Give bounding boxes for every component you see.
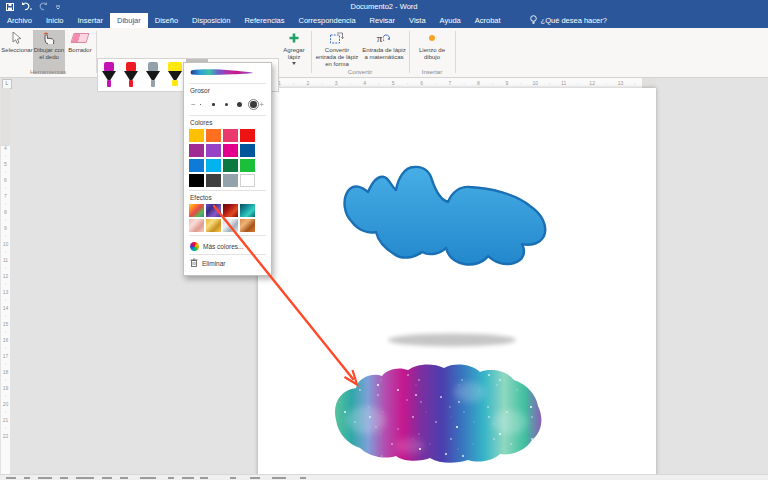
thickness-plus-icon[interactable]: +	[259, 102, 264, 108]
ruler-tick: 6	[414, 78, 428, 88]
ink-color-swatch[interactable]	[240, 174, 255, 187]
ruler-top-margin	[1, 88, 10, 146]
tab-dibujar[interactable]: Dibujar	[110, 13, 148, 28]
stroke-preview-section	[189, 67, 266, 84]
ink-color-swatch[interactable]	[189, 159, 204, 172]
select-cursor-icon	[11, 30, 23, 46]
ruler-tick: 11	[557, 78, 571, 88]
ink-color-swatch[interactable]	[189, 174, 204, 187]
ruler-tick: ·	[486, 78, 500, 88]
ink-color-swatch[interactable]	[189, 129, 204, 142]
ruler-tick: ·	[628, 78, 642, 88]
status-text-mark	[250, 477, 260, 479]
thickness-option[interactable]	[222, 100, 231, 109]
thickness-row: − +	[189, 97, 266, 112]
tab-referencias[interactable]: Referencias	[237, 13, 291, 28]
lava-effect-swatch[interactable]	[223, 204, 238, 217]
rainbow-effect-swatch[interactable]	[189, 204, 204, 217]
ink-color-swatch[interactable]	[223, 129, 238, 142]
seleccionar-button[interactable]: Seleccionar	[2, 30, 32, 54]
ocean-effect-swatch[interactable]	[240, 204, 255, 217]
ruler-tick: 10	[3, 240, 9, 248]
thickness-dots	[196, 99, 259, 110]
gold-effect-swatch[interactable]	[206, 219, 221, 232]
pen-options-dropdown: Grosor − + Colores Efectos Más colores..…	[183, 62, 272, 276]
thickness-minus-icon[interactable]: −	[191, 102, 196, 108]
ruler-tick: ·	[372, 78, 386, 88]
ruler-tick: 10	[528, 78, 542, 88]
tab-revisar[interactable]: Revisar	[363, 13, 402, 28]
tab-archivo[interactable]: Archivo	[0, 13, 39, 28]
ink-color-swatch[interactable]	[223, 144, 238, 157]
lienzo-de-dibujo-button[interactable]: Lienzo de dibujo	[412, 30, 452, 61]
group-label-convertir: Convertir	[312, 69, 408, 75]
thickness-option[interactable]	[235, 100, 244, 109]
tab-vista[interactable]: Vista	[402, 13, 433, 28]
tab-correspondencia[interactable]: Correspondencia	[291, 13, 362, 28]
ruler-tick: ·	[315, 78, 329, 88]
document-page[interactable]	[258, 88, 656, 475]
thickness-option[interactable]	[196, 100, 205, 109]
ruler-tick: 5	[386, 78, 400, 88]
magenta-pen-icon	[102, 62, 116, 89]
tab-inicio[interactable]: Inicio	[39, 13, 71, 28]
rose-gold-effect-swatch[interactable]	[189, 219, 204, 232]
status-text-mark	[272, 477, 286, 479]
pi-glyph: π	[377, 32, 383, 45]
status-bar	[0, 474, 768, 480]
blue-scribble-shape[interactable]	[345, 167, 546, 265]
ink-color-swatch[interactable]	[206, 174, 221, 187]
ruler-tick: ·	[457, 78, 471, 88]
ruler-tick: 16	[3, 336, 9, 344]
silver-pen[interactable]	[142, 59, 164, 91]
eraser-icon	[72, 30, 88, 46]
magenta-pen[interactable]	[98, 59, 120, 91]
ink-color-swatch[interactable]	[240, 159, 255, 172]
ruler-tick: 6	[4, 176, 7, 184]
ink-color-swatch[interactable]	[240, 129, 255, 142]
tab-insertar[interactable]: Insertar	[71, 13, 110, 28]
ink-color-swatch[interactable]	[223, 174, 238, 187]
tab-strip: ArchivoInicioInsertarDibujarDiseñoDispos…	[0, 13, 508, 28]
ink-color-swatch[interactable]	[206, 159, 221, 172]
tab-disposición[interactable]: Disposición	[185, 13, 237, 28]
silver-effect-swatch[interactable]	[223, 219, 238, 232]
ink-color-swatch[interactable]	[206, 144, 221, 157]
ink-color-swatch[interactable]	[206, 129, 221, 142]
tab-ayuda[interactable]: Ayuda	[433, 13, 468, 28]
trash-icon	[190, 258, 198, 268]
bronze-effect-swatch[interactable]	[240, 219, 255, 232]
galaxy-scribble-shape[interactable]	[335, 364, 541, 462]
dibujar-con-el-dedo-button[interactable]: Dibujar con el dedo	[33, 30, 65, 74]
borrador-button[interactable]: Borrador	[66, 30, 94, 54]
group-herramientas: Seleccionar Dibujar con el dedo Borrador…	[0, 28, 96, 76]
thickness-option[interactable]	[248, 99, 259, 110]
red-pen-icon	[124, 62, 138, 89]
agregar-lapiz-button[interactable]: Agregar lápiz	[279, 30, 309, 65]
mas-colores-item[interactable]: Más colores...	[189, 239, 266, 255]
ruler-tick: 14	[3, 304, 9, 312]
lapiz-matematicas-button[interactable]: π Entrada de lápiz a matemáticas	[361, 30, 407, 61]
thickness-option[interactable]	[209, 100, 218, 109]
ink-color-swatch[interactable]	[223, 159, 238, 172]
status-text-mark	[168, 477, 174, 479]
ruler-tick: ·	[514, 78, 528, 88]
ink-color-swatch[interactable]	[189, 144, 204, 157]
galaxy-effect-swatch[interactable]	[206, 204, 221, 217]
ruler-tick: 12	[585, 78, 599, 88]
horizontal-ruler: ·1·2·3·4·5·6·7·8·9·10·11·12·13·14	[258, 78, 656, 88]
group-separator	[455, 31, 456, 73]
ruler-tick: ·	[5, 424, 7, 432]
vertical-ruler: ·1·2·3·4·5·6·7·8·9·10·11·12·13·14·15·16·…	[1, 88, 10, 475]
convertir-forma-button[interactable]: Convertir entrada de lápiz en forma	[314, 30, 360, 68]
ruler-tick: 7	[4, 192, 7, 200]
tell-me-box[interactable]: ¿Qué desea hacer?	[522, 13, 615, 28]
page-drawing-layer	[258, 88, 656, 475]
tab-diseño[interactable]: Diseño	[148, 13, 185, 28]
ink-color-swatch[interactable]	[240, 144, 255, 157]
red-pen[interactable]	[120, 59, 142, 91]
tab-acrobat[interactable]: Acrobat	[468, 13, 508, 28]
eliminar-item[interactable]: Eliminar	[189, 255, 266, 271]
colores-label: Colores	[190, 119, 266, 126]
group-insertar: Lienzo de dibujo Insertar	[410, 28, 454, 76]
